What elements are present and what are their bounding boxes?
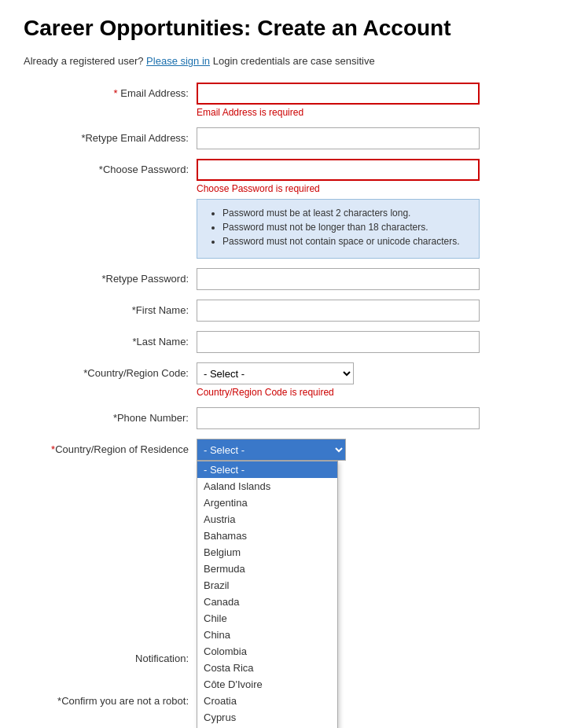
- country-code-select[interactable]: - Select -: [197, 362, 354, 384]
- retype-password-input[interactable]: [197, 268, 480, 290]
- last-name-field-container: [197, 331, 546, 353]
- retype-email-input[interactable]: [197, 127, 480, 149]
- dd-item-argentina[interactable]: Argentina: [197, 495, 337, 511]
- first-name-field-container: [197, 300, 546, 322]
- residence-label: *Country/Region of Residence: [24, 439, 197, 455]
- email-error-msg: Email Address is required: [197, 107, 546, 118]
- password-label: *Choose Password:: [24, 159, 197, 175]
- country-code-row: *Country/Region Code: - Select - Country…: [24, 362, 546, 398]
- email-field-container: Email Address is required: [197, 83, 546, 118]
- residence-dropdown-list: - Select - Aaland Islands Argentina Aust…: [197, 461, 338, 728]
- first-name-input[interactable]: [197, 300, 480, 322]
- retype-email-field-container: [197, 127, 546, 149]
- password-hint-1: Password must be at least 2 characters l…: [222, 208, 468, 219]
- dd-item-bahamas[interactable]: Bahamas: [197, 528, 337, 544]
- dd-item-austria[interactable]: Austria: [197, 511, 337, 528]
- country-code-label: *Country/Region Code:: [24, 362, 197, 379]
- page-title: Career Opportunities: Create an Account: [24, 16, 546, 41]
- first-name-row: *First Name:: [24, 300, 546, 322]
- robot-label: *Confirm you are not a robot:: [24, 690, 197, 707]
- phone-field-container: [197, 407, 546, 429]
- retype-email-label: *Retype Email Address:: [24, 127, 197, 144]
- registered-prefix: Already a registered user?: [24, 55, 143, 67]
- first-name-label: *First Name:: [24, 300, 197, 316]
- residence-field-container: - Select - - Select - Aaland Islands Arg…: [197, 439, 546, 475]
- registered-user-line: Already a registered user? Please sign i…: [24, 55, 546, 67]
- retype-password-row: *Retype Password:: [24, 268, 546, 290]
- retype-email-row: *Retype Email Address:: [24, 127, 546, 149]
- dd-item-cyprus[interactable]: Cyprus: [197, 709, 337, 726]
- dd-item-brazil[interactable]: Brazil: [197, 577, 337, 594]
- residence-row: *Country/Region of Residence - Select - …: [24, 439, 546, 475]
- dd-item-bermuda[interactable]: Bermuda: [197, 561, 337, 577]
- country-code-error-msg: Country/Region Code is required: [197, 387, 546, 398]
- registered-suffix: Login credentials are case sensitive: [213, 55, 375, 67]
- email-input[interactable]: [197, 83, 480, 105]
- dd-item-select[interactable]: - Select -: [197, 461, 337, 478]
- notification-label: Notification:: [24, 648, 197, 664]
- residence-dropdown-container: - Select - - Select - Aaland Islands Arg…: [197, 439, 354, 461]
- phone-input[interactable]: [197, 407, 480, 429]
- dd-item-croatia[interactable]: Croatia: [197, 693, 337, 709]
- last-name-input[interactable]: [197, 331, 480, 353]
- password-hint-2: Password must not be longer than 18 char…: [222, 222, 468, 233]
- dd-item-chile[interactable]: Chile: [197, 610, 337, 627]
- last-name-row: *Last Name:: [24, 331, 546, 353]
- email-row: * Email Address: Email Address is requir…: [24, 83, 546, 118]
- country-code-field-container: - Select - Country/Region Code is requir…: [197, 362, 546, 398]
- residence-select[interactable]: - Select -: [197, 439, 346, 461]
- sign-in-link[interactable]: Please sign in: [146, 55, 210, 67]
- dd-item-aaland[interactable]: Aaland Islands: [197, 478, 337, 495]
- dd-item-canada[interactable]: Canada: [197, 594, 337, 610]
- password-field-container: Choose Password is required Password mus…: [197, 159, 546, 259]
- dd-item-china[interactable]: China: [197, 627, 337, 643]
- phone-label: *Phone Number:: [24, 407, 197, 424]
- dd-item-costarica[interactable]: Costa Rica: [197, 660, 337, 676]
- last-name-label: *Last Name:: [24, 331, 197, 347]
- password-error-msg: Choose Password is required: [197, 183, 546, 194]
- password-row: *Choose Password: Choose Password is req…: [24, 159, 546, 259]
- phone-row: *Phone Number:: [24, 407, 546, 429]
- dd-item-colombia[interactable]: Colombia: [197, 643, 337, 660]
- email-label: * Email Address:: [24, 83, 197, 99]
- password-hint-box: Password must be at least 2 characters l…: [197, 199, 480, 259]
- password-input[interactable]: [197, 159, 480, 181]
- retype-password-field-container: [197, 268, 546, 290]
- dd-item-belgium[interactable]: Belgium: [197, 544, 337, 561]
- retype-password-label: *Retype Password:: [24, 268, 197, 285]
- dd-item-cote[interactable]: Côte D'Ivoire: [197, 676, 337, 693]
- password-hint-3: Password must not contain space or unico…: [222, 236, 468, 247]
